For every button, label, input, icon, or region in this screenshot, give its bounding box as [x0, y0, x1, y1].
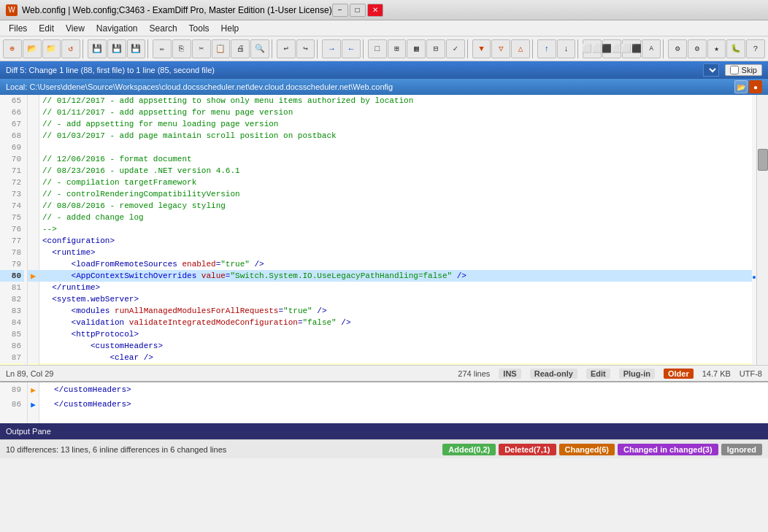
- marker-84: [28, 317, 39, 328]
- close-button[interactable]: ✕: [367, 4, 383, 17]
- output-pane: Output Pane: [0, 423, 768, 439]
- skip-button[interactable]: Skip: [725, 64, 762, 76]
- toolbar-redo-button[interactable]: ↪: [296, 39, 315, 58]
- marker-72: [28, 177, 39, 188]
- toolbar-edit-button[interactable]: ✏: [153, 39, 172, 58]
- toolbar-open2-button[interactable]: 📁: [42, 39, 61, 58]
- minimize-button[interactable]: −: [332, 4, 348, 17]
- code-line-72: // - compilation targetFramework: [39, 177, 752, 188]
- bottom-diff-markers: ▶ ▶: [28, 382, 39, 423]
- toolbar-compare1-button[interactable]: ⬜⬜: [583, 39, 602, 58]
- toolbar-new-button[interactable]: ⊕: [3, 39, 22, 58]
- menu-search[interactable]: Search: [144, 22, 183, 35]
- toolbar-textA-button[interactable]: A: [642, 39, 661, 58]
- toolbar-check-button[interactable]: ✓: [446, 39, 465, 58]
- marker-68: [28, 130, 39, 142]
- ln-88: 88: [0, 363, 24, 365]
- code-line-81: </runtime>: [39, 282, 752, 293]
- menu-view[interactable]: View: [60, 22, 91, 35]
- toolbar-compare3-button[interactable]: ⬜⬛: [622, 39, 641, 58]
- toolbar-cut-button[interactable]: ✂: [192, 39, 211, 58]
- cursor-position: Ln 89, Col 29: [6, 369, 449, 378]
- toolbar-sep6: [467, 39, 470, 58]
- ln-67: 67: [0, 118, 24, 130]
- toolbar-question-button[interactable]: ?: [746, 39, 765, 58]
- skip-label: Skip: [742, 66, 757, 74]
- toolbar-sep5: [363, 39, 366, 58]
- menu-edit[interactable]: Edit: [33, 22, 60, 35]
- code-line-67: // - add appsetting for menu loading pag…: [39, 118, 752, 130]
- menu-navigation[interactable]: Navigation: [91, 22, 144, 35]
- toolbar-save1-button[interactable]: 💾: [88, 39, 107, 58]
- toolbar-box1-button[interactable]: □: [368, 39, 387, 58]
- toolbar-undo-button[interactable]: ↩: [277, 39, 296, 58]
- ln-84: 84: [0, 317, 24, 328]
- ln-86: 86: [0, 340, 24, 352]
- ins-badge: INS: [499, 369, 521, 379]
- scrollbar-thumb[interactable]: [758, 149, 768, 171]
- toolbar-refresh-button[interactable]: ↺: [61, 39, 80, 58]
- menu-tools[interactable]: Tools: [183, 22, 215, 35]
- marker-86: [28, 340, 39, 352]
- toolbar-box3-button[interactable]: ▦: [407, 39, 426, 58]
- toolbar-gear2-button[interactable]: ⚙: [688, 39, 707, 58]
- marker-78: [28, 247, 39, 258]
- deleted-badge: Deleted(7,1): [499, 444, 556, 455]
- marker-73: [28, 188, 39, 200]
- line-count: 274 lines: [458, 369, 490, 378]
- ln-79: 79: [0, 258, 24, 270]
- marker-71: [28, 165, 39, 177]
- toolbar-save3-button[interactable]: 💾: [127, 39, 146, 58]
- changed-in-badge: Changed in changed(3): [618, 444, 718, 455]
- code-line-73: // - controlRenderingCompatibilityVersio…: [39, 188, 752, 200]
- code-line-87: <clear />: [39, 352, 752, 363]
- bottom-code-line-89: </customHeaders>: [39, 382, 768, 397]
- toolbar-copy-button[interactable]: ⎘: [172, 39, 191, 58]
- toolbar-save2-button[interactable]: 💾: [107, 39, 126, 58]
- toolbar-up-button[interactable]: ↑: [537, 39, 556, 58]
- toolbar-print-button[interactable]: 🖨: [231, 39, 250, 58]
- ln-80: 80: [0, 270, 24, 282]
- localbar-folder-icon[interactable]: 📂: [734, 80, 748, 93]
- toolbar-nav-left-button[interactable]: ←: [342, 39, 361, 58]
- vertical-scrollbar[interactable]: [756, 95, 768, 365]
- code-line-78: <runtime>: [39, 247, 752, 258]
- toolbar-filter2-button[interactable]: ▽: [491, 39, 510, 58]
- toolbar-filter1-button[interactable]: ▼: [472, 39, 491, 58]
- marker-87: [28, 352, 39, 363]
- bottom-marker-89: ▶: [28, 382, 39, 397]
- menu-files[interactable]: Files: [3, 22, 33, 35]
- toolbar-gear1-button[interactable]: ⚙: [668, 39, 687, 58]
- toolbar-down-button[interactable]: ↓: [557, 39, 576, 58]
- toolbar-sep4: [317, 39, 320, 58]
- toolbar-compare2-button[interactable]: ⬛⬜: [602, 39, 621, 58]
- code-line-84: <validation validateIntegratedModeConfig…: [39, 317, 752, 328]
- encoding: UTF-8: [740, 369, 762, 378]
- toolbar-find-button[interactable]: 🔍: [250, 39, 269, 58]
- menu-help[interactable]: Help: [215, 22, 245, 35]
- toolbar-box4-button[interactable]: ⊟: [426, 39, 445, 58]
- skip-checkbox[interactable]: [730, 66, 739, 74]
- toolbar-paste-button[interactable]: 📋: [212, 39, 231, 58]
- code-line-77: <configuration>: [39, 235, 752, 247]
- code-content[interactable]: // 01/12/2017 - add appsetting to show o…: [39, 95, 752, 365]
- toolbar-filter3-button[interactable]: △: [511, 39, 530, 58]
- toolbar-nav-right-button[interactable]: →: [322, 39, 341, 58]
- toolbar-bug-button[interactable]: 🐛: [726, 39, 745, 58]
- bottom-code-line-86: </customHeaders>: [39, 397, 768, 412]
- line-numbers: 65 66 67 68 69 70 71 72 73 74 75 76 77 7…: [0, 95, 28, 365]
- marker-70: [28, 153, 39, 165]
- maximize-button[interactable]: □: [350, 4, 366, 17]
- code-line-69: [39, 142, 752, 153]
- marker-65: [28, 95, 39, 107]
- localbar-info-icon[interactable]: ●: [749, 80, 762, 93]
- toolbar-box2-button[interactable]: ⊞: [388, 39, 407, 58]
- changed-badge: Changed(6): [559, 444, 615, 455]
- ln-71: 71: [0, 165, 24, 177]
- edit-badge[interactable]: Edit: [586, 369, 610, 379]
- code-line-71: // 08/23/2016 - update .NET version 4.6.…: [39, 165, 752, 177]
- diff-selector[interactable]: [703, 63, 719, 77]
- code-line-82: <system.webServer>: [39, 293, 752, 305]
- toolbar-open-button[interactable]: 📂: [23, 39, 42, 58]
- toolbar-star-button[interactable]: ★: [707, 39, 726, 58]
